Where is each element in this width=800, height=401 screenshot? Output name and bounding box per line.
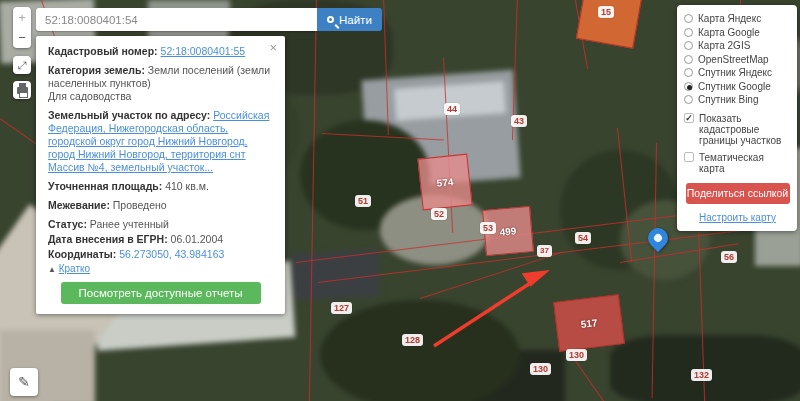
status-label: Статус:: [48, 218, 87, 230]
pencil-icon: ✎: [18, 374, 30, 390]
survey-value: Проведено: [113, 199, 167, 211]
brief-toggle[interactable]: ▲ Кратко: [48, 263, 273, 274]
coordinates-row: Координаты: 56.273050, 43.984163: [48, 248, 273, 261]
radio-icon[interactable]: [684, 68, 693, 77]
map-label[interactable]: 130: [566, 349, 587, 361]
expand-icon: ⤢: [18, 59, 27, 72]
print-button[interactable]: [13, 81, 31, 99]
radio-icon[interactable]: [684, 14, 693, 23]
overlay-label: Показать кадастровые границы участков: [699, 113, 791, 146]
basemap-option-2gis-map[interactable]: Карта 2GIS: [684, 39, 791, 53]
coordinates-value[interactable]: 56.273050, 43.984163: [119, 248, 224, 260]
parcel-499-label: 499: [499, 225, 517, 237]
basemap-option-google-satellite[interactable]: Спутник Google: [684, 80, 791, 94]
cadastral-number-label: Кадастровый номер:: [48, 45, 158, 57]
cadastral-number-link[interactable]: 52:18:0080401:55: [161, 45, 246, 57]
map-label[interactable]: 44: [444, 103, 460, 115]
draw-button[interactable]: ✎: [10, 368, 38, 396]
map-label[interactable]: 56: [721, 251, 737, 263]
survey-row: Межевание: Проведено: [48, 199, 273, 212]
view-reports-button[interactable]: Посмотреть доступные отчеты: [61, 282, 261, 304]
map-label[interactable]: 132: [691, 369, 712, 381]
collapse-arrow-icon: ▲: [48, 265, 56, 274]
parcel-574[interactable]: 574: [417, 154, 472, 211]
area-row: Уточненная площадь: 410 кв.м.: [48, 180, 273, 193]
land-use-value: Для садоводства: [48, 90, 273, 103]
search-icon: [327, 16, 334, 23]
map-label[interactable]: 128: [402, 334, 423, 346]
basemap-label: Спутник Google: [698, 81, 771, 92]
egrn-date-row: Дата внесения в ЕГРН: 06.01.2004: [48, 233, 273, 246]
basemap-label: Карта Яндекс: [698, 13, 761, 24]
map-label[interactable]: 15: [598, 6, 614, 18]
map-label[interactable]: 43: [511, 115, 527, 127]
zoom-out-button[interactable]: −: [13, 28, 31, 48]
map-label[interactable]: 130: [530, 363, 551, 375]
egrn-date-value: 06.01.2004: [171, 233, 224, 245]
basemap-option-bing-satellite[interactable]: Спутник Bing: [684, 93, 791, 107]
survey-label: Межевание:: [48, 199, 110, 211]
search-bar: Найти: [36, 8, 382, 31]
overlay-label: Тематическая карта: [699, 152, 791, 174]
parcel-517-label: 517: [580, 317, 598, 330]
basemap-label: OpenStreetMap: [698, 54, 769, 65]
radio-selected-icon[interactable]: [684, 82, 693, 91]
red-arrow-annotation: [428, 262, 563, 352]
status-value: Ранее учтенный: [90, 218, 169, 230]
share-link-button[interactable]: Поделиться ссылкой: [686, 183, 790, 204]
configure-map-link[interactable]: Настроить карту: [684, 212, 791, 223]
checkbox-checked-icon[interactable]: ✓: [684, 113, 694, 123]
radio-icon[interactable]: [684, 41, 693, 50]
parcel-517[interactable]: 517: [553, 294, 625, 352]
map-label[interactable]: 51: [355, 195, 371, 207]
map-label[interactable]: 53: [480, 222, 496, 234]
brief-link[interactable]: Кратко: [59, 263, 90, 274]
radio-icon[interactable]: [684, 95, 693, 104]
basemap-label: Карта Google: [698, 27, 760, 38]
layers-panel: Карта Яндекс Карта Google Карта 2GIS Ope…: [677, 5, 797, 231]
overlay-cadastral-borders[interactable]: ✓ Показать кадастровые границы участков: [684, 113, 791, 146]
coordinates-label: Координаты:: [48, 248, 116, 260]
parcel-574-label: 574: [436, 176, 454, 189]
status-row: Статус: Ранее учтенный: [48, 218, 273, 231]
basemap-label: Спутник Bing: [698, 94, 759, 105]
address-label: Земельный участок по адресу:: [48, 109, 210, 121]
basemap-option-google-map[interactable]: Карта Google: [684, 26, 791, 40]
map-label[interactable]: 37: [537, 245, 552, 257]
parcel-info-panel: × Кадастровый номер: 52:18:0080401:55 Ка…: [36, 36, 285, 314]
basemap-option-yandex-satellite[interactable]: Спутник Яндекс: [684, 66, 791, 80]
basemap-option-yandex-map[interactable]: Карта Яндекс: [684, 12, 791, 26]
trees-patch: [610, 335, 800, 401]
radio-icon[interactable]: [684, 55, 693, 64]
basemap-option-openstreetmap[interactable]: OpenStreetMap: [684, 53, 791, 67]
land-category-label: Категория земель:: [48, 64, 145, 76]
map-label[interactable]: 127: [331, 302, 352, 314]
zoom-in-button[interactable]: +: [13, 8, 31, 28]
map-label[interactable]: 54: [575, 232, 591, 244]
close-icon[interactable]: ×: [269, 40, 277, 55]
checkbox-icon[interactable]: [684, 152, 694, 162]
radio-icon[interactable]: [684, 28, 693, 37]
land-category-row: Категория земель: Земли поселений (земли…: [48, 64, 273, 103]
map-viewer: 574 499 517 15 44 43 51 52 53 54 37 56 1…: [0, 0, 800, 401]
area-value: 410 кв.м.: [165, 180, 209, 192]
basemap-label: Карта 2GIS: [698, 40, 750, 51]
search-button-label: Найти: [339, 14, 372, 26]
area-label: Уточненная площадь:: [48, 180, 162, 192]
basemap-label: Спутник Яндекс: [698, 67, 772, 78]
overlay-thematic-map[interactable]: Тематическая карта: [684, 152, 791, 174]
search-button[interactable]: Найти: [317, 8, 382, 31]
fullscreen-button[interactable]: ⤢: [13, 56, 31, 74]
printer-icon: [17, 87, 28, 94]
map-label[interactable]: 52: [431, 208, 447, 220]
search-input[interactable]: [36, 8, 317, 31]
address-row: Земельный участок по адресу: Российская …: [48, 109, 273, 174]
zoom-control: + −: [13, 7, 31, 48]
egrn-date-label: Дата внесения в ЕГРН:: [48, 233, 168, 245]
cadastral-number-row: Кадастровый номер: 52:18:0080401:55: [48, 45, 273, 58]
